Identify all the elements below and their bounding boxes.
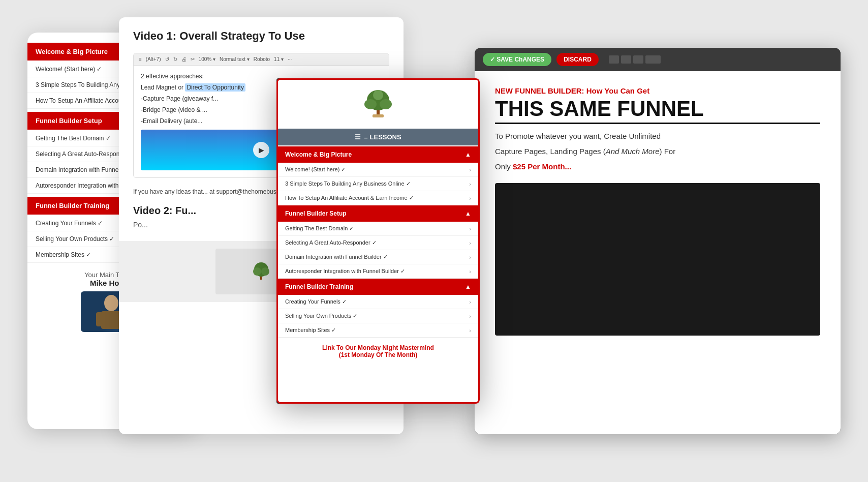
tree-icon xyxy=(251,261,271,282)
popup-lesson-item[interactable]: Membership Sites ✓ › xyxy=(278,323,478,338)
lesson-label: How To Setup An Affiliate Account & Earn… xyxy=(285,195,414,201)
popup-logo xyxy=(278,80,478,129)
lesson-label: Creating Your Funnels ✓ xyxy=(36,220,103,227)
popup-section-header-setup[interactable]: Funnel Builder Setup ▲ xyxy=(278,205,478,222)
chevron-right-icon: › xyxy=(469,327,471,334)
panel-right-funnel: ✓ SAVE ChANGES DISCARD NEW FUNNEL BUILDE… xyxy=(475,48,841,434)
chevron-right-icon: › xyxy=(469,226,471,232)
funnel-body-3: Only $25 Per Month... xyxy=(495,161,820,173)
toolbar-icon xyxy=(645,55,661,64)
funnel-headline: THIS SAME FUNNEL xyxy=(495,97,820,124)
editor-toolbar: ≡(Alt+7)↺↻🖨✂ 100% ▾Normal text ▾Roboto11… xyxy=(134,53,389,66)
svg-point-10 xyxy=(364,99,377,109)
lesson-label: Selecting A Great Auto-Responder ✓ xyxy=(285,239,377,246)
popup-section-title: Funnel Builder Setup xyxy=(285,210,347,217)
footer-link[interactable]: Link To Our Monday Night Mastermind xyxy=(284,344,472,351)
lesson-label: Autoresponder Integration with Funnel Bu… xyxy=(285,268,405,275)
popup-lesson-item[interactable]: 3 Simple Steps To Building Any Business … xyxy=(278,177,478,191)
lesson-label: Selling Your Own Products ✓ xyxy=(36,235,114,243)
chevron-right-icon: › xyxy=(469,313,471,319)
lessons-label: ≡ LESSONS xyxy=(364,133,401,141)
chevron-right-icon: › xyxy=(469,240,471,246)
svg-rect-13 xyxy=(373,114,384,117)
scene: Welcome & Big Picture ▲ Welcome! (Start … xyxy=(27,17,841,465)
chevron-up-icon: ▲ xyxy=(465,283,471,290)
logo-tree-icon xyxy=(360,88,396,118)
funnel-italic: And Much More xyxy=(606,147,660,156)
popup-lesson-item[interactable]: Selling Your Own Products ✓ › xyxy=(278,309,478,323)
svg-point-7 xyxy=(261,267,269,276)
popup-footer[interactable]: Link To Our Monday Night Mastermind (1st… xyxy=(278,338,478,365)
svg-point-12 xyxy=(373,90,383,100)
panel-popup-lessons: ☰ ≡ LESSONS Welcome & Big Picture ▲ Welc… xyxy=(276,78,480,404)
chevron-right-icon: › xyxy=(469,195,471,201)
lesson-label: Membership Sites ✓ xyxy=(285,327,336,334)
funnel-price: $25 Per Month... xyxy=(513,162,571,171)
svg-rect-1 xyxy=(101,311,121,329)
popup-lesson-item[interactable]: Selecting A Great Auto-Responder ✓ › xyxy=(278,236,478,250)
chevron-right-icon: › xyxy=(469,299,471,305)
popup-lesson-item[interactable]: Autoresponder Integration with Funnel Bu… xyxy=(278,264,478,279)
svg-point-0 xyxy=(104,295,118,311)
popup-lesson-item[interactable]: Creating Your Funnels ✓ › xyxy=(278,295,478,309)
section-title-funnel-training: Funnel Builder Training xyxy=(36,202,109,209)
lesson-label: Getting The Best Domain ✓ xyxy=(36,135,111,142)
lessons-header[interactable]: ☰ ≡ LESSONS xyxy=(278,129,478,145)
chevron-right-icon: › xyxy=(469,268,471,275)
toolbar-icons xyxy=(609,55,661,64)
section-title-welcome: Welcome & Big Picture xyxy=(36,48,108,55)
svg-rect-2 xyxy=(96,312,103,326)
lesson-label: Welcome! (Start here) ✓ xyxy=(36,66,102,73)
lesson-label: Membership Sites ✓ xyxy=(36,251,91,258)
svg-point-11 xyxy=(380,99,392,109)
funnel-page-content: NEW FUNNEL BUILDER: How You Can Get THIS… xyxy=(475,71,841,434)
toolbar: ✓ SAVE ChANGES DISCARD xyxy=(475,48,841,71)
chevron-right-icon: › xyxy=(469,181,471,187)
lesson-label: Welcome! (Start here) ✓ xyxy=(285,166,346,173)
funnel-video-area xyxy=(495,183,820,336)
funnel-label: NEW FUNNEL BUILDER: How You Can Get xyxy=(495,86,820,95)
chevron-right-icon: › xyxy=(469,254,471,260)
lessons-menu-icon: ☰ xyxy=(355,133,361,141)
toolbar-icon xyxy=(633,55,643,64)
svg-point-6 xyxy=(253,267,261,276)
chevron-right-icon: › xyxy=(469,167,471,173)
lesson-label: 3 Simple Steps To Building Any Business … xyxy=(285,180,411,187)
popup-section-title: Welcome & Big Picture xyxy=(285,151,352,158)
toolbar-icon xyxy=(609,55,619,64)
lesson-label: Selling Your Own Products ✓ xyxy=(285,313,357,319)
discard-button[interactable]: DISCARD xyxy=(556,53,599,66)
chevron-up-icon: ▲ xyxy=(465,151,471,158)
play-button[interactable]: ▶ xyxy=(253,142,269,158)
popup-section-title: Funnel Builder Training xyxy=(285,283,353,290)
popup-lesson-item[interactable]: Domain Integration with Funnel Builder ✓… xyxy=(278,250,478,264)
lesson-label: Domain Integration with Funnel Builder ✓ xyxy=(285,254,388,260)
popup-section-header-welcome[interactable]: Welcome & Big Picture ▲ xyxy=(278,146,478,163)
popup-lesson-item[interactable]: Welcome! (Start here) ✓ › xyxy=(278,163,478,177)
chevron-up-icon: ▲ xyxy=(465,210,471,217)
toolbar-icon xyxy=(621,55,631,64)
funnel-body-1: To Promote whatever you want, Create Unl… xyxy=(495,130,820,142)
funnel-body-2: Capture Pages, Landing Pages (And Much M… xyxy=(495,145,820,158)
popup-section-header-training[interactable]: Funnel Builder Training ▲ xyxy=(278,279,478,295)
popup-lesson-item[interactable]: How To Setup An Affiliate Account & Earn… xyxy=(278,191,478,205)
video1-title: Video 1: Overall Strategy To Use xyxy=(133,29,389,43)
footer-subtext: (1st Monday Of The Month) xyxy=(284,351,472,358)
lesson-label: Getting The Best Domain ✓ xyxy=(285,225,354,232)
section-title-funnel-setup: Funnel Builder Setup xyxy=(36,117,102,125)
save-changes-button[interactable]: ✓ SAVE ChANGES xyxy=(483,53,551,66)
lesson-label: Creating Your Funnels ✓ xyxy=(285,298,347,305)
popup-lesson-item[interactable]: Getting The Best Domain ✓ › xyxy=(278,222,478,236)
